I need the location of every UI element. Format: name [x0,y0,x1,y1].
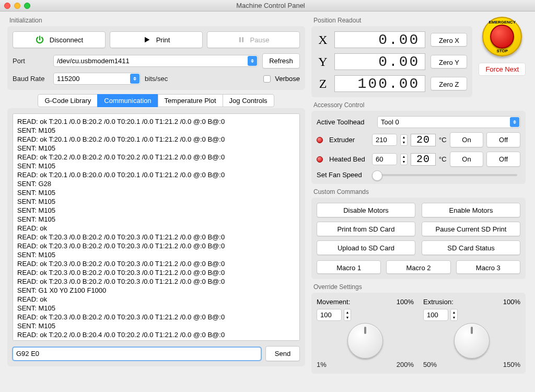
upload-sd-button[interactable]: Upload to SD Card [317,240,415,255]
zero-z-button[interactable]: Zero Z [431,77,467,90]
pause-icon [238,36,245,44]
bed-off-button[interactable]: Off [486,152,520,167]
window-title: Machine Control Panel [37,2,505,9]
bed-on-button[interactable]: On [450,152,484,167]
macro-2-button[interactable]: Macro 2 [386,260,450,274]
toolhead-label: Active Toolhead [317,118,374,126]
extrusion-label: Extrusion: [423,298,453,306]
x-axis-label: X [317,33,329,47]
bed-led-icon [317,156,323,163]
emergency-stop-button[interactable]: EMERGENCY STOP [482,17,522,56]
extruder-readout: 20 [411,134,436,146]
zero-x-button[interactable]: Zero X [431,33,467,47]
movement-knob[interactable] [347,323,383,359]
print-sd-button[interactable]: Print from SD Card [317,222,415,236]
verbose-label: Verbose [275,75,300,83]
bed-readout: 20 [411,153,436,166]
play-icon [143,36,151,44]
console-input[interactable] [13,347,261,361]
initialization-label: Initialization [9,17,305,24]
force-next-button[interactable]: Force Next [479,63,526,76]
bed-setpoint-input[interactable] [372,153,397,165]
extruder-led-icon [317,137,323,143]
disconnect-button[interactable]: Disconnect [13,31,106,48]
extrusion-percent: 100% [503,298,520,306]
disable-motors-button[interactable]: Disable Motors [317,203,415,217]
fan-label: Set Fan Speed [317,171,366,179]
macro-3-button[interactable]: Macro 3 [456,260,520,274]
tab-temperature-plot[interactable]: Temperature Plot [158,94,223,107]
baud-select[interactable]: 115200 [53,73,141,85]
override-label: Override Settings [313,283,526,291]
port-select[interactable]: /dev/cu.usbmodem1411 [53,55,258,67]
extrusion-value-input[interactable] [423,309,448,321]
refresh-button[interactable]: Refresh [262,53,300,68]
tab-communication[interactable]: Communication [97,94,158,107]
verbose-checkbox[interactable] [263,75,271,83]
toolhead-select[interactable]: Tool 0 [377,116,520,128]
movement-value-input[interactable] [317,309,342,321]
minimize-window-button[interactable] [14,3,20,9]
zoom-window-button[interactable] [24,3,30,9]
print-button[interactable]: Print [110,31,203,48]
baud-unit: bits/sec [145,75,168,83]
zero-y-button[interactable]: Zero Y [431,55,467,68]
bed-stepper[interactable]: ▲▼ [400,154,408,165]
x-position-readout: 0.00 [334,31,425,48]
console-log[interactable]: READ: ok T:20.1 /0.0 B:20.2 /0.0 T0:20.1… [13,113,300,341]
sd-status-button[interactable]: SD Card Status [422,240,520,255]
tab-jog-controls[interactable]: Jog Controls [223,94,274,107]
position-label: Position Readout [313,17,472,24]
z-axis-label: Z [317,77,329,91]
power-icon [35,35,44,44]
fan-speed-slider[interactable] [372,174,517,176]
z-position-readout: 100.00 [334,75,425,92]
pause-sd-button[interactable]: Pause Current SD Print [422,222,520,236]
extrusion-stepper[interactable]: ▲▼ [450,309,458,321]
port-label: Port [13,57,49,65]
enable-motors-button[interactable]: Enable Motors [422,203,520,217]
pause-button[interactable]: Pause [207,31,300,48]
titlebar: Machine Control Panel [0,0,535,11]
movement-percent: 100% [397,298,414,306]
extrusion-knob[interactable] [454,323,490,359]
close-window-button[interactable] [4,3,10,9]
movement-label: Movement: [317,298,350,306]
accessory-label: Accessory Control [313,101,526,109]
send-button[interactable]: Send [265,346,300,361]
extruder-label: Extruder [329,136,369,144]
baud-label: Baud Rate [13,75,49,83]
extruder-stepper[interactable]: ▲▼ [400,134,408,146]
y-axis-label: Y [317,55,329,69]
extruder-on-button[interactable]: On [450,132,484,147]
tab-gcode-library[interactable]: G-Code Library [38,94,98,107]
extruder-setpoint-input[interactable] [372,134,397,146]
movement-stepper[interactable]: ▲▼ [344,309,351,321]
macro-1-button[interactable]: Macro 1 [317,260,381,274]
y-position-readout: 0.00 [334,53,425,70]
extruder-off-button[interactable]: Off [486,132,520,147]
bed-label: Heated Bed [329,155,369,163]
custom-commands-label: Custom Commands [313,188,526,195]
